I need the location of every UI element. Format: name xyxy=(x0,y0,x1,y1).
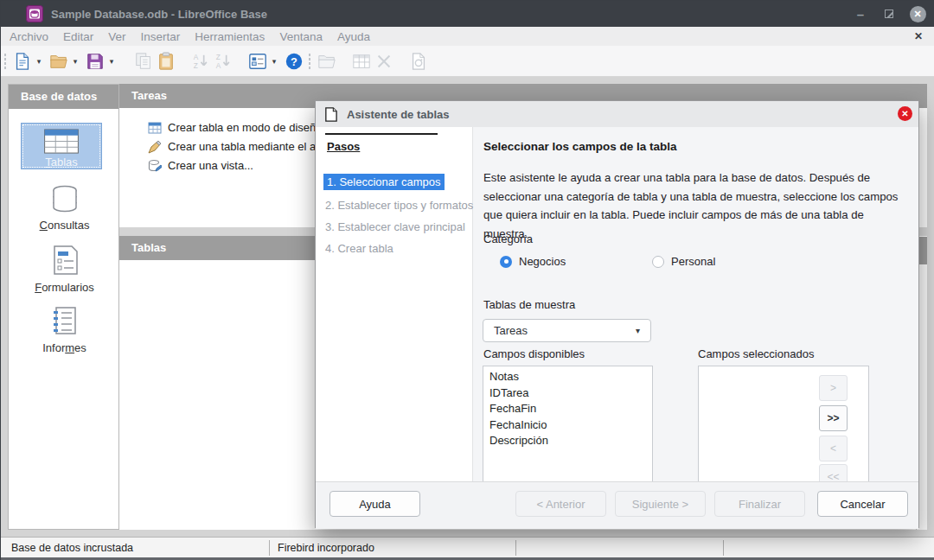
new-document-button[interactable] xyxy=(11,49,34,73)
new-document-icon xyxy=(13,52,32,71)
status-database-type: Base de datos incrustada xyxy=(11,542,133,554)
form-view-icon xyxy=(248,52,267,71)
toolbar-drag-handle[interactable] xyxy=(3,53,7,70)
reports-icon xyxy=(51,306,79,335)
copy-button xyxy=(132,49,155,73)
next-button: Siguiente > xyxy=(615,491,706,517)
database-sidebar: Base de datos Tablas Consultas xyxy=(8,84,119,530)
sidebar-item-consultas[interactable]: Consultas xyxy=(9,185,120,232)
page-title: Seleccionar los campos de la tabla xyxy=(483,140,677,153)
sidebar-header: Base de datos xyxy=(9,85,118,109)
maximize-icon xyxy=(885,10,893,18)
toolbar: ▾ ▾ ▾ xyxy=(1,46,934,77)
move-all-right-button[interactable]: >> xyxy=(819,405,848,431)
open-button[interactable] xyxy=(48,49,70,73)
copy-icon xyxy=(134,52,153,71)
table-design-icon xyxy=(148,121,162,135)
form-view-dropdown-arrow[interactable]: ▾ xyxy=(269,57,279,66)
minimize-button[interactable]: – xyxy=(851,1,870,27)
table-disabled-icon xyxy=(352,52,371,71)
sample-tables-dropdown[interactable]: Tareas ▾ xyxy=(483,319,651,342)
cancel-button[interactable]: Cancelar xyxy=(817,491,908,517)
sidebar-item-label: Consultas xyxy=(9,219,120,232)
menu-herramientas[interactable]: Herramientas xyxy=(195,30,265,43)
back-button: < Anterior xyxy=(515,491,606,517)
radio-unselected-icon[interactable] xyxy=(652,256,664,268)
status-divider xyxy=(723,540,724,556)
task-label: Crear tabla en modo de diseño... xyxy=(168,121,331,134)
dialog-title: Asistente de tablas xyxy=(347,108,450,121)
radio-business-label: Negocios xyxy=(519,255,566,268)
sidebar-item-tablas[interactable]: Tablas xyxy=(21,123,102,169)
save-dropdown-arrow[interactable]: ▾ xyxy=(106,57,117,66)
category-label: Categoría xyxy=(483,232,533,245)
titlebar: Sample Database.odb - LibreOffice Base –… xyxy=(1,1,934,27)
close-icon: ✕ xyxy=(910,6,926,22)
sample-tables-label: Tablas de muestra xyxy=(483,298,575,311)
libreoffice-base-icon xyxy=(26,5,43,22)
queries-icon xyxy=(49,185,80,213)
svg-text:A: A xyxy=(216,62,221,70)
selected-fields-label: Campos seleccionados xyxy=(698,347,814,360)
field-item[interactable]: FechaFin xyxy=(483,401,652,417)
menu-archivo[interactable]: Archivo xyxy=(10,30,48,43)
application-window: Sample Database.odb - LibreOffice Base –… xyxy=(0,0,934,560)
move-left-button: < xyxy=(819,436,848,461)
dialog-document-icon xyxy=(323,107,338,122)
window-title: Sample Database.odb - LibreOffice Base xyxy=(51,8,267,21)
status-divider xyxy=(269,540,270,556)
maximize-button[interactable] xyxy=(880,1,899,27)
menu-insertar[interactable]: Insertar xyxy=(141,30,181,43)
sidebar-item-label: Formularios xyxy=(9,281,120,294)
field-item[interactable]: Notas xyxy=(483,369,652,385)
field-item[interactable]: FechaInicio xyxy=(483,417,652,434)
sort-ascending-icon: A Z xyxy=(191,52,210,71)
sidebar-item-label: Tablas xyxy=(45,156,78,169)
task-label: Crear una vista... xyxy=(168,159,253,172)
new-document-dropdown-arrow[interactable]: ▾ xyxy=(34,57,44,66)
refresh-document-icon xyxy=(409,52,428,71)
menu-ver[interactable]: Ver xyxy=(108,30,125,43)
dialog-titlebar[interactable]: Asistente de tablas ✕ xyxy=(316,101,918,127)
paste-icon xyxy=(157,52,176,71)
toolbar-drag-handle[interactable] xyxy=(308,53,311,70)
statusbar: Base de datos incrustada Firebird incorp… xyxy=(1,537,934,557)
paste-button[interactable] xyxy=(155,49,177,73)
menu-ayuda[interactable]: Ayuda xyxy=(337,30,370,43)
document-close-button[interactable]: ✕ xyxy=(914,27,923,46)
menu-editar[interactable]: Editar xyxy=(63,30,93,43)
help-button[interactable]: Ayuda xyxy=(329,491,420,517)
form-view-button[interactable] xyxy=(246,49,269,73)
field-item[interactable]: IDTarea xyxy=(483,385,652,402)
wizard-steps-pane: Pasos 1. Seleccionar campos 2. Establece… xyxy=(316,127,473,481)
radio-selected-icon[interactable] xyxy=(500,256,512,268)
field-item[interactable]: Descripción xyxy=(483,433,652,449)
save-button[interactable] xyxy=(84,49,106,73)
help-button[interactable]: ? xyxy=(283,49,305,73)
step-3-primary-key: 3. Establecer clave principal xyxy=(325,220,465,233)
chevron-down-icon: ▾ xyxy=(636,326,640,335)
available-fields-listbox[interactable]: Notas IDTarea FechaFin FechaInicio Descr… xyxy=(483,366,653,499)
window-close-button[interactable]: ✕ xyxy=(907,1,928,27)
radio-personal-label: Personal xyxy=(671,255,715,268)
menu-ventana[interactable]: Ventana xyxy=(279,30,323,43)
sidebar-item-informes[interactable]: Informes xyxy=(9,306,120,354)
dialog-close-button[interactable]: ✕ xyxy=(898,106,912,121)
svg-text:A: A xyxy=(194,54,199,61)
available-fields-label: Campos disponibles xyxy=(483,347,585,360)
svg-text:?: ? xyxy=(291,54,297,67)
folder-disabled-icon xyxy=(317,52,336,71)
open-dropdown-arrow[interactable]: ▾ xyxy=(70,57,80,66)
open-folder-icon xyxy=(49,52,68,71)
wizard-description: Este asistente le ayuda a crear una tabl… xyxy=(483,169,909,243)
save-icon xyxy=(86,52,105,71)
refresh-button xyxy=(407,49,430,73)
steps-separator-line xyxy=(325,133,438,135)
radio-business[interactable]: Negocios xyxy=(500,255,566,268)
help-icon: ? xyxy=(285,52,304,71)
sidebar-item-formularios[interactable]: Formularios xyxy=(9,245,120,294)
move-right-button: > xyxy=(819,375,848,401)
step-1-select-fields[interactable]: 1. Seleccionar campos xyxy=(323,174,445,190)
radio-personal[interactable]: Personal xyxy=(652,255,715,268)
steps-header: Pasos xyxy=(327,140,360,153)
